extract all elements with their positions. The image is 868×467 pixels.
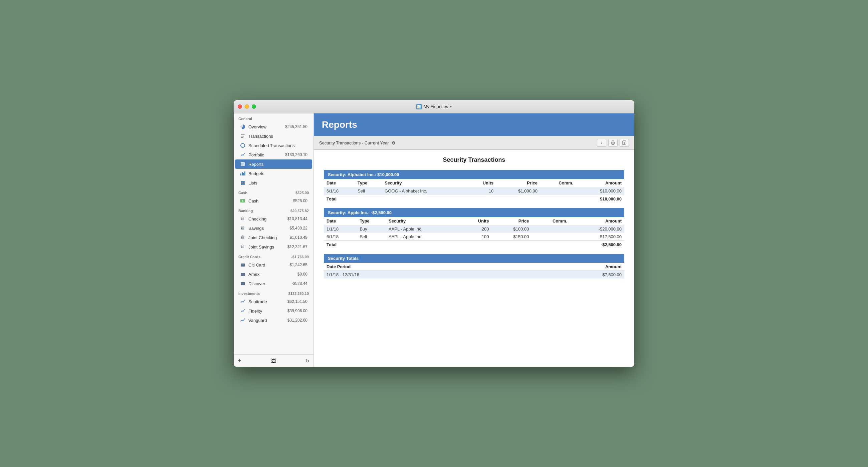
sidebar-item-amex[interactable]: Amex $0.00 <box>235 269 312 279</box>
cell-security: AAPL - Apple Inc. <box>386 233 461 241</box>
cell-comm <box>540 187 576 195</box>
report-name: Security Transactions - Current Year <box>319 140 389 145</box>
right-panel: Reports Security Transactions - Current … <box>314 113 634 367</box>
sidebar-item-checking[interactable]: 🏛 Checking $10,813.44 <box>235 214 312 224</box>
bank-icon: 🏛 <box>240 216 246 222</box>
sidebar-item-reports[interactable]: Reports <box>235 160 312 169</box>
total-amount: -$2,500.00 <box>570 241 624 249</box>
minimize-button[interactable] <box>245 104 249 109</box>
cell-amount: -$20,000.00 <box>570 225 624 233</box>
credit-card-icon <box>240 280 246 287</box>
sidebar-item-label: Portfolio <box>248 153 285 158</box>
refresh-button[interactable]: ↻ <box>306 358 309 364</box>
col-security: Security <box>386 217 461 225</box>
print-button[interactable] <box>608 139 618 147</box>
cell-type: Buy <box>357 225 386 233</box>
total-label: Total <box>324 241 570 249</box>
total-label: Total <box>324 195 576 203</box>
sidebar-item-lists[interactable]: Lists <box>235 178 312 188</box>
toolbar-left: Security Transactions - Current Year ⚙ <box>319 140 396 145</box>
traffic-lights <box>238 104 256 109</box>
back-button[interactable]: ‹ <box>597 139 606 147</box>
reports-header: Reports <box>314 113 634 136</box>
col-units: Units <box>461 217 491 225</box>
cell-units: 200 <box>461 225 491 233</box>
totals-table: Date Period Amount 1/1/18 - 12/31/18 $7,… <box>324 263 624 278</box>
toolbar-right: ‹ <box>597 139 629 147</box>
sidebar-item-discover[interactable]: Discover -$523.44 <box>235 279 312 288</box>
sidebar-item-fidelity[interactable]: Fidelity $39,906.00 <box>235 306 312 315</box>
col-amount: Amount <box>506 263 624 271</box>
cell-amount: $17,500.00 <box>570 233 624 241</box>
dropdown-arrow[interactable]: ▾ <box>450 105 452 108</box>
sidebar-item-joint-savings[interactable]: 🏛 Joint Savings $12,321.67 <box>235 242 312 252</box>
bank-icon: 🏛 <box>240 244 246 250</box>
col-comm: Comm. <box>532 217 570 225</box>
sidebar-item-label: Scheduled Transactions <box>248 143 307 148</box>
col-date: Date <box>324 217 357 225</box>
cell-date: 6/1/18 <box>324 187 355 195</box>
col-amount: Amount <box>570 217 624 225</box>
report-main-title: Security Transactions <box>324 157 624 163</box>
sidebar-section-banking: Banking $29,575.82 <box>234 205 313 214</box>
titlebar: 📊 My Finances ▾ <box>234 100 634 113</box>
totals-header: Security Totals <box>324 254 624 263</box>
titlebar-title: 📊 My Finances ▾ <box>416 104 452 109</box>
alphabet-table: Date Type Security Units Price Comm. Amo… <box>324 179 624 203</box>
sidebar-item-portfolio[interactable]: Portfolio $133,260.10 <box>235 150 312 160</box>
cell-units: 10 <box>467 187 496 195</box>
cell-comm <box>532 225 570 233</box>
add-account-button[interactable]: + <box>238 357 241 364</box>
app-icon: 📊 <box>416 104 422 109</box>
app-window: 📊 My Finances ▾ General Overview $245,35… <box>234 100 634 367</box>
table-header-row: Date Period Amount <box>324 263 624 271</box>
total-row: Total -$2,500.00 <box>324 241 624 249</box>
photo-button[interactable]: 🖼 <box>271 358 276 364</box>
sidebar-item-budgets[interactable]: Budgets <box>235 169 312 178</box>
col-date-period: Date Period <box>324 263 506 271</box>
report-content: Security Transactions Security: Alphabet… <box>314 150 634 367</box>
cell-type: Sell <box>355 187 382 195</box>
sidebar-item-label: Overview <box>248 125 285 129</box>
svg-text:$: $ <box>242 200 243 202</box>
table-row: 6/1/18 Sell AAPL - Apple Inc. 100 $150.0… <box>324 233 624 241</box>
sidebar-item-vanguard[interactable]: Vanguard $31,202.60 <box>235 315 312 325</box>
report-toolbar: Security Transactions - Current Year ⚙ ‹ <box>314 136 634 150</box>
bank-icon: 🏛 <box>240 225 246 231</box>
sidebar-item-scottrade[interactable]: Scottrade $62,151.50 <box>235 297 312 306</box>
sidebar-section-cash: Cash $525.00 <box>234 188 313 196</box>
col-type: Type <box>357 217 386 225</box>
security-totals-section: Security Totals Date Period Amount 1/1/1… <box>324 254 624 278</box>
credit-card-icon <box>240 262 246 268</box>
close-button[interactable] <box>238 104 242 109</box>
cell-comm <box>532 233 570 241</box>
cell-date: 6/1/18 <box>324 233 357 241</box>
sidebar-item-scheduled[interactable]: Scheduled Transactions <box>235 141 312 150</box>
settings-icon[interactable]: ⚙ <box>392 140 396 145</box>
main-content: General Overview $245,351.50 Transaction… <box>234 113 634 367</box>
sidebar: General Overview $245,351.50 Transaction… <box>234 113 314 367</box>
sidebar-item-amount: $133,260.10 <box>285 153 307 157</box>
sidebar-item-label: Reports <box>248 162 307 167</box>
sidebar-item-savings[interactable]: 🏛 Savings $5,430.22 <box>235 224 312 233</box>
cell-security: GOOG - Alphabet Inc. <box>382 187 467 195</box>
sidebar-item-overview[interactable]: Overview $245,351.50 <box>235 122 312 131</box>
sidebar-item-joint-checking[interactable]: 🏛 Joint Checking $1,010.49 <box>235 233 312 242</box>
window-title: My Finances <box>424 104 448 109</box>
credit-card-icon <box>240 271 246 277</box>
cash-icon: $ <box>240 198 246 204</box>
sidebar-section-investments: Investments $133,260.10 <box>234 288 313 297</box>
sidebar-item-transactions[interactable]: Transactions <box>235 131 312 141</box>
col-type: Type <box>355 179 382 187</box>
sidebar-item-cash[interactable]: $ Cash $525.00 <box>235 196 312 205</box>
cell-price: $100.00 <box>491 225 531 233</box>
col-price: Price <box>496 179 540 187</box>
cell-amount: $10,000.00 <box>576 187 624 195</box>
export-button[interactable] <box>620 139 629 147</box>
bank-icon: 🏛 <box>240 234 246 240</box>
reports-icon <box>240 161 246 167</box>
maximize-button[interactable] <box>252 104 256 109</box>
cell-price: $1,000.00 <box>496 187 540 195</box>
sidebar-section-credit: Credit Cards -$1,766.09 <box>234 252 313 260</box>
sidebar-item-citi[interactable]: Citi Card -$1,242.65 <box>235 260 312 269</box>
